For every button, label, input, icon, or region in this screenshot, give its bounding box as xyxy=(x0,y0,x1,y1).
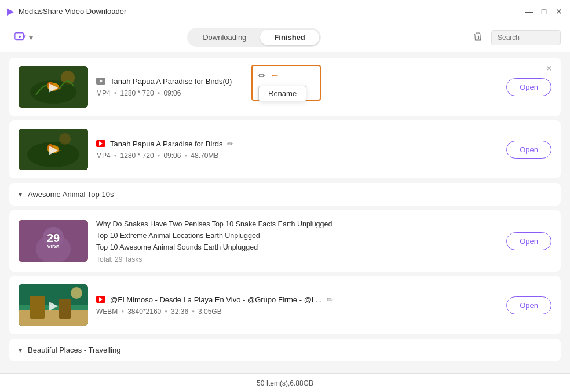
group-count-overlay: 29 VIDS xyxy=(19,220,88,262)
list-item: 29 VIDS Why Do Snakes Have Two Penises T… xyxy=(9,210,561,272)
group-title: Awesome Animal Top 10s xyxy=(28,190,114,199)
search-input[interactable] xyxy=(491,30,561,45)
thumbnail: ▶ xyxy=(19,129,88,170)
title-bar-controls: — □ ✕ xyxy=(525,8,563,16)
group-header[interactable]: ▾ Awesome Animal Top 10s xyxy=(9,183,561,206)
open-button[interactable]: Open xyxy=(506,78,551,96)
svg-point-10 xyxy=(59,133,71,145)
logo-icon xyxy=(14,31,27,44)
toolbar: ▾ Downloading Finished xyxy=(0,23,570,52)
dot1: ● xyxy=(114,90,117,96)
status-bar: 50 Item(s),6.88GB xyxy=(0,373,570,392)
size-label: 48.70MB xyxy=(191,152,218,160)
rename-popup-container: ✏ ← xyxy=(258,69,280,82)
format-label: MP4 xyxy=(96,89,111,97)
toolbar-right xyxy=(470,29,561,46)
item-action: Open xyxy=(506,232,551,250)
group-count-label: VIDS xyxy=(47,244,59,250)
chevron-down-icon: ▾ xyxy=(19,346,22,354)
edit-icon[interactable]: ✏ xyxy=(227,140,233,148)
video-source-icon xyxy=(96,78,105,85)
open-button[interactable]: Open xyxy=(506,296,551,314)
title-bar-left: ▶ MediasShare Video Downloader xyxy=(7,6,126,17)
item-info: Tanah Papua A Paradise for Birds ✏ MP4 ●… xyxy=(96,140,498,160)
duration-label: 32:36 xyxy=(171,307,188,316)
logo-button[interactable]: ▾ xyxy=(9,29,38,46)
item-title: @El Mimoso - Desde La Playa En Vivo - @G… xyxy=(110,295,322,304)
item-title: Tanah Papua A Paradise for Birds xyxy=(110,140,222,148)
item-action: Open xyxy=(506,296,551,314)
resolution-label: 1280 * 720 xyxy=(120,152,154,160)
size-label: 3.05GB xyxy=(198,307,222,316)
format-label: MP4 xyxy=(96,152,111,160)
youtube-icon xyxy=(96,296,105,303)
thumbnail: 29 VIDS xyxy=(19,220,88,262)
app-title: MediasShare Video Downloader xyxy=(19,7,126,16)
item-title: Tanah Papua A Paradise for Birds(0) xyxy=(110,77,232,86)
play-icon: ▶ xyxy=(49,142,58,156)
minimize-button[interactable]: — xyxy=(525,8,533,16)
rename-edit-icon[interactable]: ✏ xyxy=(258,71,266,81)
item-title-row: @El Mimoso - Desde La Playa En Vivo - @G… xyxy=(96,295,498,304)
item-title-row: Tanah Papua A Paradise for Birds ✏ xyxy=(96,140,498,148)
group-title: Beautiful Places - Travelling xyxy=(28,346,120,354)
item-meta: WEBM ● 3840*2160 ● 32:36 ● 3.05GB xyxy=(96,307,498,316)
item-info: @El Mimoso - Desde La Playa En Vivo - @G… xyxy=(96,295,498,316)
svg-rect-18 xyxy=(59,299,71,319)
trash-icon xyxy=(473,31,483,42)
group-total: Total: 29 Tasks xyxy=(96,255,498,263)
rename-menu-item[interactable]: Rename xyxy=(258,86,306,101)
close-icon[interactable]: ✕ xyxy=(546,64,553,73)
play-icon: ▶ xyxy=(49,80,58,94)
group-item-titles: Why Do Snakes Have Two Penises Top 10 Sn… xyxy=(96,218,498,253)
dot2: ● xyxy=(165,309,167,314)
logo-dropdown-arrow: ▾ xyxy=(29,33,33,42)
dot3: ● xyxy=(192,309,195,314)
dot1: ● xyxy=(114,153,117,158)
play-icon: ▶ xyxy=(49,298,58,312)
item-title-row: Tanah Papua A Paradise for Birds(0) xyxy=(96,77,498,86)
edit-icon[interactable]: ✏ xyxy=(327,295,333,304)
svg-point-19 xyxy=(71,287,82,299)
maximize-button[interactable]: □ xyxy=(540,8,548,16)
tab-finished[interactable]: Finished xyxy=(260,30,319,45)
dot1: ● xyxy=(121,309,124,314)
duration-label: 09:06 xyxy=(163,152,181,160)
group-count: 29 xyxy=(47,232,60,244)
chevron-down-icon: ▾ xyxy=(19,190,22,199)
thumbnail: ▶ xyxy=(19,66,88,108)
dot2: ● xyxy=(158,90,160,96)
list-item: ▶ Tanah Papua A Paradise for Birds(0) MP… xyxy=(9,58,561,116)
tab-group: Downloading Finished xyxy=(187,28,321,47)
item-meta: MP4 ● 1280 * 720 ● 09:06 ● 48.70MB xyxy=(96,152,498,160)
group-title-line3: Top 10 Awesome Animal Sounds Earth Unplu… xyxy=(96,241,498,253)
thumbnail: ▶ xyxy=(19,284,88,326)
item-action: Open xyxy=(506,141,551,159)
resolution-label: 3840*2160 xyxy=(127,307,161,316)
group-title-line1: Why Do Snakes Have Two Penises Top 10 Sn… xyxy=(96,218,498,230)
dot3: ● xyxy=(184,153,187,158)
dot2: ● xyxy=(158,153,160,158)
open-button[interactable]: Open xyxy=(506,232,551,250)
format-label: WEBM xyxy=(96,307,118,316)
youtube-icon xyxy=(96,140,105,147)
open-button[interactable]: Open xyxy=(506,141,551,159)
delete-button[interactable] xyxy=(470,29,485,46)
svg-rect-17 xyxy=(30,296,45,319)
list-item: ▶ Tanah Papua A Paradise for Birds ✏ MP4… xyxy=(9,120,561,178)
status-text: 50 Item(s),6.88GB xyxy=(257,379,313,387)
list-item: ▶ @El Mimoso - Desde La Playa En Vivo - … xyxy=(9,276,561,334)
tab-downloading[interactable]: Downloading xyxy=(189,30,260,45)
title-bar: ▶ MediasShare Video Downloader — □ ✕ xyxy=(0,0,570,23)
main-content: ▶ Tanah Papua A Paradise for Birds(0) MP… xyxy=(0,52,570,373)
group-item-info: Why Do Snakes Have Two Penises Top 10 Sn… xyxy=(96,218,498,263)
item-action: Open xyxy=(506,78,551,96)
close-button[interactable]: ✕ xyxy=(555,8,563,16)
group-header[interactable]: ▾ Beautiful Places - Travelling xyxy=(9,339,561,361)
resolution-label: 1280 * 720 xyxy=(120,89,154,97)
duration-label: 09:06 xyxy=(163,89,181,97)
group-title-line2: Top 10 Extreme Animal Locations Earth Un… xyxy=(96,230,498,241)
rename-arrow-icon: ← xyxy=(269,69,280,82)
